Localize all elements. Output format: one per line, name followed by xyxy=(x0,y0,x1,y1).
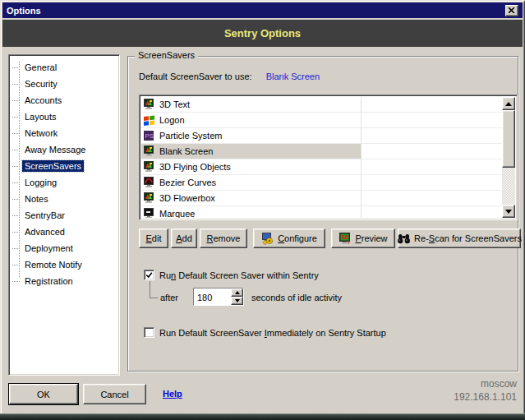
configure-button[interactable]: Configure xyxy=(253,228,325,248)
sidebar-item-label: SentryBar xyxy=(22,210,67,221)
monitor-3d-icon xyxy=(143,99,156,110)
sidebar-item-layouts[interactable]: Layouts xyxy=(9,108,119,125)
screensaver-row-3d-flying-objects[interactable]: 3D Flying Objects xyxy=(141,159,502,175)
binoculars-icon xyxy=(397,233,411,245)
sidebar-item-label: ScreenSavers xyxy=(22,160,84,172)
close-button[interactable] xyxy=(505,5,518,16)
run-within-sentry-label: Run Default Screen Saver within Sentry xyxy=(159,270,319,280)
configure-icon xyxy=(261,233,274,245)
idle-seconds-spinner xyxy=(193,288,244,306)
dialog-header: Sentry Options xyxy=(2,20,523,47)
sidebar-item-advanced[interactable]: Advanced xyxy=(9,224,119,240)
indent-connector-line xyxy=(150,281,158,298)
preview-button[interactable]: Preview xyxy=(331,228,395,248)
bezier-icon xyxy=(143,177,156,188)
sidebar-item-label: Logging xyxy=(22,177,59,188)
add-button[interactable]: Add xyxy=(171,228,197,248)
scrollbar-thumb[interactable] xyxy=(502,110,515,168)
sidebar-item-general[interactable]: General xyxy=(9,59,119,76)
screensaver-row-particle-system[interactable]: PSParticle System xyxy=(141,128,502,144)
default-screensaver-value: Blank Screen xyxy=(266,72,320,81)
monitor-3d-icon xyxy=(143,192,156,204)
after-label: after xyxy=(160,293,178,302)
scroll-up-button[interactable] xyxy=(502,97,515,110)
particle-system-icon: PS xyxy=(143,130,156,141)
host-info: moscow 192.168.1.101 xyxy=(454,377,517,404)
sidebar-item-notes[interactable]: Notes xyxy=(9,191,119,207)
cancel-button[interactable]: Cancel xyxy=(83,384,146,404)
sidebar-item-label: Layouts xyxy=(22,111,59,122)
monitor-3d-icon xyxy=(143,161,156,173)
tree-stub-line xyxy=(12,281,20,282)
tree-connector-line xyxy=(19,62,20,277)
run-on-startup-label: Run Default ScreenSaver Immediately on S… xyxy=(159,328,386,338)
screensaver-name: Logon xyxy=(159,115,185,125)
scroll-up-arrow-icon xyxy=(505,102,512,106)
seconds-of-idle-label: seconds of idle activity xyxy=(251,293,342,302)
screensaver-name: 3D Flying Objects xyxy=(159,162,231,172)
monitor-3d-icon xyxy=(143,145,156,157)
sidebar-item-away-message[interactable]: Away Message xyxy=(9,141,119,158)
ok-button[interactable]: OK xyxy=(9,384,78,404)
options-dialog: Options Sentry Options GeneralSecurityAc… xyxy=(0,0,525,420)
sidebar-item-label: General xyxy=(22,62,59,73)
screensaver-row-marquee[interactable]: Marquee xyxy=(141,206,502,218)
button-label: Preview xyxy=(355,233,387,243)
marquee-icon xyxy=(143,208,156,218)
category-tree[interactable]: GeneralSecurityAccountsLayoutsNetworkAwa… xyxy=(8,54,120,376)
button-label: Edit xyxy=(146,233,162,243)
button-label: Configure xyxy=(278,233,317,243)
screensaver-row-bezier-curves[interactable]: Bezier Curves xyxy=(141,175,502,191)
sidebar-item-label: Accounts xyxy=(22,95,64,106)
sidebar-item-registration[interactable]: Registration xyxy=(9,273,119,289)
spinner-up-button[interactable] xyxy=(231,288,243,297)
windows-flag-icon xyxy=(143,114,156,126)
run-within-sentry-checkbox[interactable] xyxy=(144,270,154,280)
idle-seconds-input[interactable] xyxy=(194,288,231,305)
sidebar-item-screensavers[interactable]: ScreenSavers xyxy=(9,158,119,174)
button-label: Re-Scan for ScreenSavers xyxy=(414,233,522,243)
sidebar-item-security[interactable]: Security xyxy=(9,76,119,92)
scroll-down-arrow-icon xyxy=(505,210,512,214)
scroll-down-button[interactable] xyxy=(502,205,515,218)
titlebar[interactable]: Options xyxy=(2,2,523,18)
close-x-icon xyxy=(509,7,515,13)
screensaver-row-3d-text[interactable]: 3D Text xyxy=(141,97,502,113)
button-label: Remove xyxy=(207,233,241,243)
spinner-up-arrow-icon xyxy=(235,291,240,294)
help-link[interactable]: Help xyxy=(163,389,182,399)
sidebar-item-remote-notify[interactable]: Remote Notify xyxy=(9,256,119,273)
run-on-startup-row: Run Default ScreenSaver Immediately on S… xyxy=(144,327,386,338)
screensaver-row-blank-screen[interactable]: Blank Screen xyxy=(141,144,502,159)
screensaver-name: Blank Screen xyxy=(159,146,213,156)
group-title: ScreenSavers xyxy=(135,50,198,60)
spinner-down-button[interactable] xyxy=(231,297,243,305)
sidebar-item-label: Network xyxy=(22,127,60,139)
sidebar-item-accounts[interactable]: Accounts xyxy=(9,92,119,108)
sidebar-item-sentrybar[interactable]: SentryBar xyxy=(9,207,119,224)
sidebar-item-logging[interactable]: Logging xyxy=(9,174,119,191)
sidebar-item-label: Deployment xyxy=(22,242,76,254)
screensavers-group: ScreenSavers Default ScreenSaver to use:… xyxy=(127,56,518,372)
list-column-divider xyxy=(361,97,362,218)
remove-button[interactable]: Remove xyxy=(200,228,247,248)
screensaver-name: Particle System xyxy=(159,131,222,141)
sidebar-item-label: Remote Notify xyxy=(22,259,85,270)
re-scan-for-screensavers-button[interactable]: Re-Scan for ScreenSavers xyxy=(398,228,521,248)
screensaver-name: Marquee xyxy=(159,209,195,218)
spinner-down-arrow-icon xyxy=(235,299,240,302)
list-scrollbar[interactable] xyxy=(502,97,515,218)
screensaver-row-logon[interactable]: Logon xyxy=(141,113,502,128)
checkmark-icon xyxy=(145,271,153,279)
screensaver-name: Bezier Curves xyxy=(159,178,216,187)
preview-icon xyxy=(338,233,352,245)
screensaver-row-3d-flowerbox[interactable]: 3D Flowerbox xyxy=(141,191,502,206)
run-on-startup-checkbox[interactable] xyxy=(144,327,154,338)
edit-button[interactable]: Edit xyxy=(139,228,168,248)
window-title: Options xyxy=(7,6,505,16)
default-screensaver-label: Default ScreenSaver to use: xyxy=(139,72,252,81)
dialog-header-title: Sentry Options xyxy=(224,27,301,39)
sidebar-item-deployment[interactable]: Deployment xyxy=(9,240,119,256)
screensaver-list[interactable]: 3D TextLogonPSParticle SystemBlank Scree… xyxy=(139,95,518,220)
sidebar-item-network[interactable]: Network xyxy=(9,125,119,141)
